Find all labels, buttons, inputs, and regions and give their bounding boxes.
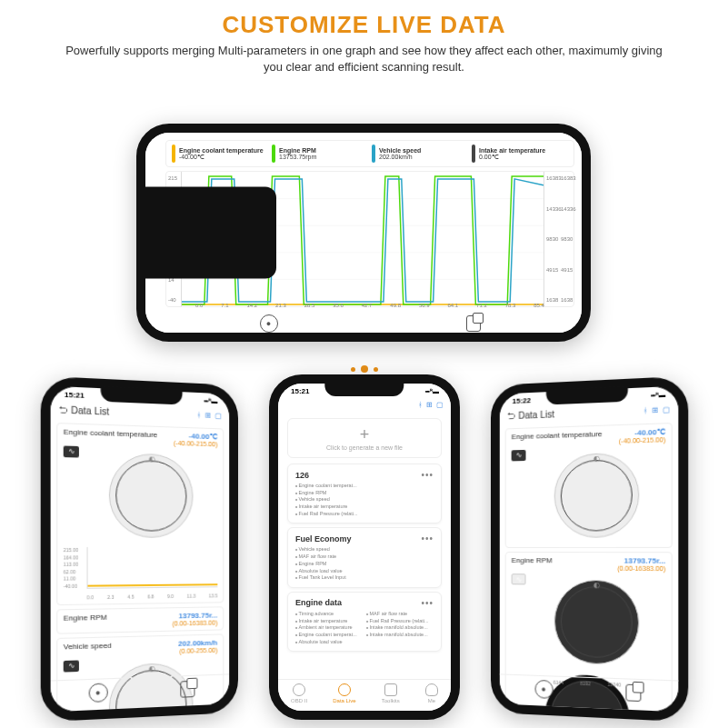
phone-notch	[324, 382, 404, 396]
mini-line-chart: 215.00164.00113.0062.0011.00-40.00 0.02.…	[64, 547, 218, 601]
legend-item[interactable]: Engine RPM13753.75rpm	[272, 145, 368, 163]
header-icons: ᚼ⊞▢	[643, 405, 671, 415]
dataset-card-126[interactable]: 126••• Engine coolant temperat...Engine …	[287, 464, 442, 524]
x-axis: 0.07.114.221.328.535.642.749.856.964.171…	[195, 303, 544, 308]
wave-icon[interactable]	[64, 445, 79, 457]
save-button[interactable]	[466, 315, 481, 332]
param-panel-coolant[interactable]: Engine coolant temperature-40.00℃ (-40.0…	[56, 423, 224, 605]
more-icon[interactable]: •••	[421, 598, 434, 608]
signal-icon: ▪▪▪ ᴿ ▬	[204, 397, 216, 405]
tab-me[interactable]: Me	[425, 683, 438, 703]
bluetooth-icon[interactable]: ᚼ	[418, 401, 423, 409]
gauge-icon[interactable]	[109, 453, 194, 538]
save-button[interactable]	[180, 681, 194, 698]
footer-bar: ●	[165, 311, 574, 333]
add-file-button[interactable]: + Click to generate a new file	[287, 418, 442, 458]
tab-toolkits[interactable]: Toolkits	[382, 683, 400, 703]
wave-icon[interactable]	[512, 573, 526, 584]
page-header: ᚼ⊞▢	[278, 397, 451, 413]
wave-icon[interactable]	[512, 450, 526, 462]
record-button[interactable]: ●	[534, 680, 553, 699]
legend-item[interactable]: Vehicle speed202.00km/h	[372, 145, 468, 163]
grid-icon[interactable]: ⊞	[204, 412, 211, 420]
gauge-icon[interactable]	[554, 580, 640, 666]
more-icon[interactable]: •••	[421, 534, 434, 544]
header-icons: ᚼ⊞▢	[418, 401, 444, 409]
param-panel-coolant[interactable]: Engine coolant temperature-40.00℃ (-40.0…	[505, 423, 673, 548]
legend-item[interactable]: Engine coolant temperature-40.00℃	[172, 145, 268, 163]
param-panel-rpm[interactable]: Engine RPM13793.75r... (0.00-16383.00)	[56, 606, 224, 633]
video-icon[interactable]: ▢	[436, 401, 444, 409]
save-button[interactable]	[625, 684, 641, 702]
gauge-icon[interactable]	[554, 453, 640, 538]
banner-title: CUSTOMIZE LIVE DATA	[0, 0, 728, 39]
grid-icon[interactable]: ⊞	[652, 406, 659, 415]
phone-right: 15:22▪▪▪ ᴿ ▬ ⮌ Data List ᚼ⊞▢ Engine cool…	[491, 376, 688, 723]
more-icon[interactable]: •••	[421, 470, 434, 480]
signal-icon: ▪▪▪ ᴿ ▬	[425, 388, 438, 395]
y-axis-right-b: 1638314336983049151638	[559, 172, 573, 306]
y-axis-right-a: 1638314336983049151638	[544, 172, 559, 306]
wave-icon[interactable]	[64, 660, 79, 672]
tab-obd[interactable]: OBD II	[291, 683, 307, 703]
dataset-card-fuel[interactable]: Fuel Economy••• Vehicle speedMAF air flo…	[287, 527, 442, 587]
phone-left: 15:21▪▪▪ ᴿ ▬ ⮌ Data List ᚼ⊞▢ Engine cool…	[41, 376, 238, 723]
dataset-card-engine[interactable]: Engine data••• Timing advanceIntake air …	[287, 592, 442, 652]
tab-datalive[interactable]: Data Live	[333, 683, 355, 703]
chart-legend: Engine coolant temperature-40.00℃ Engine…	[165, 140, 574, 167]
tab-bar: OBD II Data Live Toolkits Me	[278, 679, 451, 707]
phone-notch	[145, 186, 276, 278]
banner-subtitle: Powerfully supports merging Multi-parame…	[0, 39, 728, 82]
phone-center: 15:21▪▪▪ ᴿ ▬ ᚼ⊞▢ + Click to generate a n…	[269, 374, 460, 720]
phone-top-landscape: Engine coolant temperature-40.00℃ Engine…	[136, 124, 591, 342]
record-button[interactable]: ●	[260, 314, 278, 333]
back-button[interactable]: ⮌ Data List	[507, 409, 554, 421]
grid-icon[interactable]: ⊞	[426, 401, 433, 409]
video-icon[interactable]: ▢	[214, 412, 222, 420]
header-icons: ᚼ⊞▢	[196, 411, 222, 420]
back-button[interactable]: ⮌ Data List	[58, 404, 109, 417]
bluetooth-icon[interactable]: ᚼ	[643, 406, 648, 415]
record-button[interactable]: ●	[88, 683, 107, 703]
bluetooth-icon[interactable]: ᚼ	[196, 411, 201, 419]
video-icon[interactable]: ▢	[663, 405, 671, 414]
signal-icon: ▪▪▪ ᴿ ▬	[651, 391, 664, 399]
legend-item[interactable]: Intake air temperature0.00℃	[472, 145, 568, 163]
plus-icon: +	[360, 426, 370, 443]
